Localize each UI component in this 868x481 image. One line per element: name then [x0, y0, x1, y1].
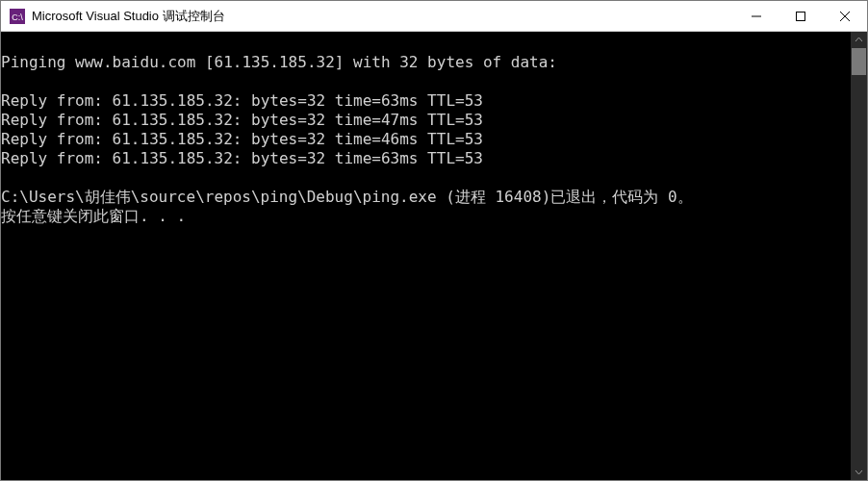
console-line: Reply from: 61.135.185.32: bytes=32 time…: [1, 130, 851, 149]
client-area: Pinging www.baidu.com [61.135.185.32] wi…: [1, 32, 867, 480]
console-line: Reply from: 61.135.185.32: bytes=32 time…: [1, 149, 851, 168]
svg-text:C:\: C:\: [12, 13, 23, 22]
chevron-down-icon: [855, 468, 863, 476]
scroll-track[interactable]: [851, 48, 867, 464]
svg-rect-3: [797, 12, 805, 20]
scroll-down-button[interactable]: [851, 464, 867, 480]
vertical-scrollbar[interactable]: [851, 32, 867, 480]
console-line: Reply from: 61.135.185.32: bytes=32 time…: [1, 111, 851, 130]
vs-console-icon: C:\: [9, 8, 26, 25]
console-line: [1, 34, 851, 53]
window-title: Microsoft Visual Studio 调试控制台: [32, 8, 225, 25]
minimize-button[interactable]: [734, 1, 779, 31]
console-line: 按任意键关闭此窗口. . .: [1, 207, 851, 226]
console-line: [1, 72, 851, 91]
maximize-icon: [796, 12, 805, 21]
close-icon: [840, 12, 850, 21]
window-controls: [734, 1, 867, 31]
console-output[interactable]: Pinging www.baidu.com [61.135.185.32] wi…: [1, 32, 851, 480]
close-button[interactable]: [823, 1, 867, 31]
chevron-up-icon: [855, 36, 863, 44]
minimize-icon: [752, 12, 761, 21]
titlebar[interactable]: C:\ Microsoft Visual Studio 调试控制台: [1, 1, 867, 32]
scroll-up-button[interactable]: [851, 32, 867, 48]
console-line: C:\Users\胡佳伟\source\repos\ping\Debug\pin…: [1, 188, 851, 207]
app-window: C:\ Microsoft Visual Studio 调试控制台: [0, 0, 868, 481]
scroll-thumb[interactable]: [852, 48, 866, 75]
console-line: Reply from: 61.135.185.32: bytes=32 time…: [1, 91, 851, 111]
console-line: Pinging www.baidu.com [61.135.185.32] wi…: [1, 53, 851, 72]
console-line: [1, 168, 851, 188]
maximize-button[interactable]: [779, 1, 823, 31]
